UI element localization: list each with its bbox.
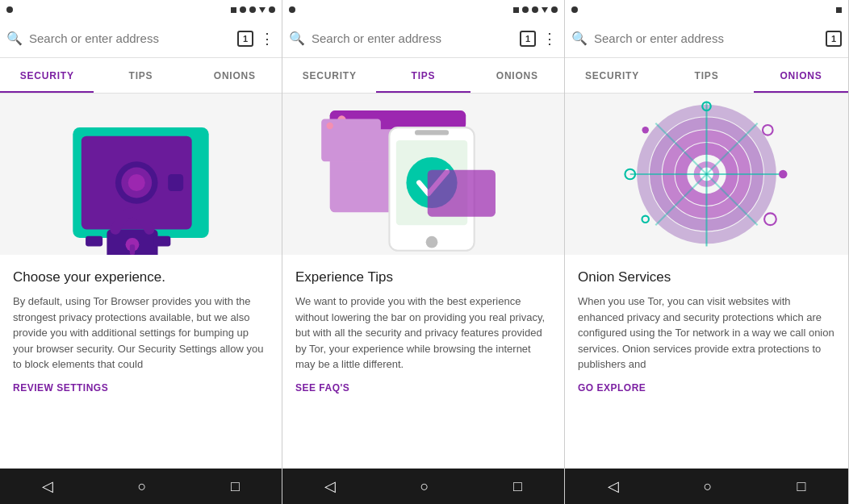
tab-tips-2[interactable]: TIPS [376, 58, 470, 93]
status-dot-4 [269, 6, 275, 13]
address-input-2[interactable] [312, 31, 513, 45]
nav-home-2[interactable]: ○ [420, 478, 429, 495]
card-body-3: When you use Tor, you can visit websites… [578, 294, 835, 373]
card-title-3: Onion Services [578, 269, 835, 285]
card-body-2: We want to provide you with the best exp… [295, 294, 551, 373]
tab-badge-1[interactable]: 1 [237, 31, 253, 47]
status-bar-2 [282, 0, 564, 19]
text-section-2: Experience Tips We want to provide you w… [282, 255, 564, 469]
tab-security-2[interactable]: SECURITY [282, 58, 376, 93]
nav-square-1[interactable]: □ [231, 478, 240, 495]
tab-onions-2[interactable]: ONIONS [471, 58, 564, 93]
svg-rect-5 [168, 174, 183, 191]
nav-home-3[interactable]: ○ [704, 478, 713, 495]
status-left-2 [289, 6, 295, 13]
tabs-1: SECURITY TIPS ONIONS [0, 58, 282, 94]
svg-rect-16 [415, 130, 449, 135]
status-dot-3 [249, 6, 256, 13]
search-icon-2: 🔍 [289, 31, 305, 46]
card-link-2[interactable]: SEE FAQ'S [295, 382, 551, 394]
svg-rect-9 [86, 236, 102, 247]
status-bar-3 [565, 0, 848, 19]
status-sq-1 [231, 7, 236, 13]
status-dot-5 [289, 6, 295, 13]
nav-back-3[interactable]: ◁ [608, 477, 619, 495]
svg-rect-19 [428, 170, 496, 217]
address-bar-2: 🔍 1 ⋮ [282, 19, 564, 58]
text-section-3: Onion Services When you use Tor, you can… [565, 255, 848, 469]
status-dot-1 [6, 6, 13, 13]
status-dot-9 [571, 6, 578, 13]
status-left-1 [6, 6, 13, 13]
illustration-security [0, 94, 282, 255]
svg-point-37 [779, 170, 788, 179]
menu-dots-1[interactable]: ⋮ [260, 30, 275, 48]
tab-tips-1[interactable]: TIPS [94, 58, 187, 93]
bottom-nav-1: ◁ ○ □ [0, 469, 282, 504]
status-tri-1 [259, 7, 266, 13]
nav-back-1[interactable]: ◁ [42, 477, 53, 495]
nav-back-2[interactable]: ◁ [324, 477, 336, 495]
search-icon-1: 🔍 [6, 31, 23, 46]
svg-point-41 [642, 216, 649, 223]
svg-rect-8 [130, 244, 135, 255]
card-link-1[interactable]: REVIEW SETTINGS [13, 382, 269, 394]
svg-point-39 [642, 127, 649, 133]
status-sq-3 [836, 7, 842, 13]
tab-badge-2[interactable]: 1 [520, 31, 536, 47]
address-input-1[interactable] [29, 31, 231, 45]
illustration-onions [565, 94, 848, 255]
search-icon-3: 🔍 [571, 31, 588, 46]
tab-onions-3[interactable]: ONIONS [754, 58, 848, 93]
status-dot-7 [532, 6, 538, 13]
svg-point-4 [128, 174, 145, 191]
text-section-1: Choose your experience. By default, usin… [0, 255, 282, 469]
tab-badge-3[interactable]: 1 [826, 31, 842, 47]
nav-home-1[interactable]: ○ [138, 478, 147, 495]
card-title-1: Choose your experience. [13, 269, 269, 285]
panel-onions: 🔍 1 SECURITY TIPS ONIONS [565, 0, 849, 504]
svg-point-17 [426, 236, 438, 248]
card-link-3[interactable]: GO EXPLORE [578, 382, 835, 394]
status-tri-2 [542, 7, 548, 13]
tabs-3: SECURITY TIPS ONIONS [565, 58, 848, 94]
svg-rect-10 [153, 236, 170, 247]
panel-security: 🔍 1 ⋮ SECURITY TIPS ONIONS [0, 0, 282, 504]
svg-point-40 [763, 125, 773, 135]
nav-square-2[interactable]: □ [513, 478, 522, 495]
address-bar-1: 🔍 1 ⋮ [0, 19, 282, 58]
menu-dots-2[interactable]: ⋮ [542, 30, 558, 48]
status-left-3 [571, 6, 578, 13]
tab-security-1[interactable]: SECURITY [0, 58, 94, 93]
status-right-3 [836, 7, 842, 13]
svg-point-42 [764, 213, 776, 225]
status-dot-8 [551, 6, 558, 13]
status-right-1 [231, 6, 275, 13]
status-dot-6 [522, 6, 529, 13]
tab-onions-1[interactable]: ONIONS [188, 58, 282, 93]
bottom-nav-3: ◁ ○ □ [565, 469, 848, 504]
address-bar-3: 🔍 1 [565, 19, 848, 58]
card-body-1: By default, using Tor Browser provides y… [13, 294, 269, 373]
tab-security-3[interactable]: SECURITY [565, 58, 659, 93]
status-bar-1 [0, 0, 282, 19]
address-input-3[interactable] [594, 31, 819, 45]
svg-point-21 [327, 123, 333, 129]
status-dot-2 [240, 6, 246, 13]
status-sq-2 [513, 7, 519, 13]
tabs-2: SECURITY TIPS ONIONS [282, 58, 564, 94]
bottom-nav-2: ◁ ○ □ [282, 469, 564, 504]
status-right-2 [513, 6, 558, 13]
card-title-2: Experience Tips [295, 269, 551, 285]
illustration-tips [282, 94, 564, 255]
panel-tips: 🔍 1 ⋮ SECURITY TIPS ONIONS [282, 0, 565, 504]
tab-tips-3[interactable]: TIPS [659, 58, 754, 93]
nav-square-3[interactable]: □ [797, 478, 806, 495]
